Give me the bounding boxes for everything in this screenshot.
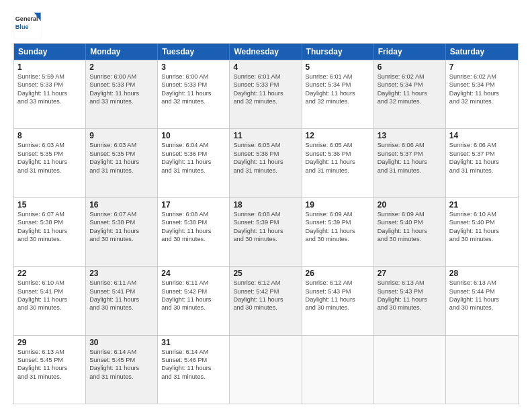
cell-content: Sunrise: 6:02 AMSunset: 5:34 PMDaylight:… [449,73,515,106]
calendar-cell: 26Sunrise: 6:12 AMSunset: 5:43 PMDayligh… [302,267,374,334]
cell-content: Sunrise: 6:00 AMSunset: 5:33 PMDaylight:… [89,73,154,106]
cell-content: Sunrise: 6:01 AMSunset: 5:34 PMDaylight:… [306,73,370,106]
cell-content: Sunrise: 6:02 AMSunset: 5:34 PMDaylight:… [378,73,442,106]
calendar-cell: 10Sunrise: 6:04 AMSunset: 5:36 PMDayligh… [158,129,230,197]
cell-content: Sunrise: 6:11 AMSunset: 5:42 PMDaylight:… [161,279,226,312]
cell-content: Sunrise: 6:14 AMSunset: 5:45 PMDaylight:… [89,348,154,381]
cell-content: Sunrise: 6:06 AMSunset: 5:37 PMDaylight:… [449,141,515,175]
calendar-header-cell: Wednesday [230,44,302,60]
day-number: 13 [378,131,442,140]
cell-content: Sunrise: 6:06 AMSunset: 5:37 PMDaylight:… [378,141,442,175]
day-number: 26 [306,269,370,278]
calendar-week: 15Sunrise: 6:07 AMSunset: 5:38 PMDayligh… [14,197,518,266]
day-number: 28 [449,269,515,278]
calendar-header-cell: Sunday [14,44,86,60]
day-number: 7 [449,62,515,72]
day-number: 1 [17,62,82,72]
calendar-cell: 8Sunrise: 6:03 AMSunset: 5:35 PMDaylight… [14,129,86,197]
calendar-cell: 2Sunrise: 6:00 AMSunset: 5:33 PMDaylight… [86,60,158,128]
calendar-body: 1Sunrise: 5:59 AMSunset: 5:33 PMDaylight… [14,60,518,404]
calendar-cell: 30Sunrise: 6:14 AMSunset: 5:45 PMDayligh… [86,336,158,404]
cell-content: Sunrise: 6:12 AMSunset: 5:43 PMDaylight:… [306,279,370,312]
day-number: 23 [89,269,154,278]
day-number: 22 [17,269,82,278]
cell-content: Sunrise: 6:05 AMSunset: 5:36 PMDaylight:… [233,141,298,175]
calendar-cell: 25Sunrise: 6:12 AMSunset: 5:42 PMDayligh… [230,267,302,334]
day-number: 20 [378,200,442,210]
calendar-header-cell: Friday [374,44,446,60]
calendar-header-row: SundayMondayTuesdayWednesdayThursdayFrid… [14,44,518,60]
svg-text:General: General [15,15,38,22]
day-number: 3 [161,62,226,72]
cell-content: Sunrise: 6:03 AMSunset: 5:35 PMDaylight:… [17,141,82,175]
day-number: 27 [378,269,442,278]
calendar-cell-empty [374,336,446,404]
cell-content: Sunrise: 6:08 AMSunset: 5:39 PMDaylight:… [233,210,298,244]
calendar-cell: 14Sunrise: 6:06 AMSunset: 5:37 PMDayligh… [446,129,518,197]
calendar-cell: 20Sunrise: 6:09 AMSunset: 5:40 PMDayligh… [374,198,446,266]
calendar-cell: 12Sunrise: 6:05 AMSunset: 5:36 PMDayligh… [302,129,374,197]
calendar-cell-empty [302,336,374,404]
calendar-cell: 24Sunrise: 6:11 AMSunset: 5:42 PMDayligh… [158,267,230,334]
calendar-cell: 27Sunrise: 6:13 AMSunset: 5:43 PMDayligh… [374,267,446,334]
cell-content: Sunrise: 6:09 AMSunset: 5:39 PMDaylight:… [306,210,370,244]
day-number: 25 [233,269,298,278]
calendar-cell: 29Sunrise: 6:13 AMSunset: 5:45 PMDayligh… [14,336,86,404]
logo-svg: General Blue [13,11,42,39]
calendar-header-cell: Saturday [446,44,518,60]
calendar-cell: 11Sunrise: 6:05 AMSunset: 5:36 PMDayligh… [230,129,302,197]
logo: General Blue [13,11,42,39]
cell-content: Sunrise: 6:10 AMSunset: 5:40 PMDaylight:… [449,210,515,244]
cell-content: Sunrise: 6:13 AMSunset: 5:43 PMDaylight:… [378,279,442,312]
calendar-cell: 23Sunrise: 6:11 AMSunset: 5:41 PMDayligh… [86,267,158,334]
cell-content: Sunrise: 6:13 AMSunset: 5:45 PMDaylight:… [17,348,82,381]
day-number: 31 [161,338,226,347]
calendar-cell: 22Sunrise: 6:10 AMSunset: 5:41 PMDayligh… [14,267,86,334]
day-number: 6 [378,62,442,72]
cell-content: Sunrise: 6:05 AMSunset: 5:36 PMDaylight:… [306,141,370,175]
calendar-cell: 1Sunrise: 5:59 AMSunset: 5:33 PMDaylight… [14,60,86,128]
cell-content: Sunrise: 6:08 AMSunset: 5:38 PMDaylight:… [161,210,226,244]
calendar-cell: 6Sunrise: 6:02 AMSunset: 5:34 PMDaylight… [374,60,446,128]
calendar-cell-empty [446,336,518,404]
cell-content: Sunrise: 6:00 AMSunset: 5:33 PMDaylight:… [161,73,226,106]
day-number: 8 [17,131,82,140]
calendar-cell: 17Sunrise: 6:08 AMSunset: 5:38 PMDayligh… [158,198,230,266]
calendar-header-cell: Thursday [302,44,374,60]
calendar-cell: 13Sunrise: 6:06 AMSunset: 5:37 PMDayligh… [374,129,446,197]
cell-content: Sunrise: 6:10 AMSunset: 5:41 PMDaylight:… [17,279,82,312]
calendar-cell: 21Sunrise: 6:10 AMSunset: 5:40 PMDayligh… [446,198,518,266]
page-header: General Blue [13,11,519,39]
cell-content: Sunrise: 6:09 AMSunset: 5:40 PMDaylight:… [378,210,442,244]
calendar-cell: 4Sunrise: 6:01 AMSunset: 5:33 PMDaylight… [230,60,302,128]
day-number: 17 [161,200,226,210]
cell-content: Sunrise: 6:04 AMSunset: 5:36 PMDaylight:… [161,141,226,175]
day-number: 2 [89,62,154,72]
calendar-week: 1Sunrise: 5:59 AMSunset: 5:33 PMDaylight… [14,60,518,128]
day-number: 11 [233,131,298,140]
cell-content: Sunrise: 6:14 AMSunset: 5:46 PMDaylight:… [161,348,226,381]
calendar-week: 22Sunrise: 6:10 AMSunset: 5:41 PMDayligh… [14,266,518,334]
calendar-week: 8Sunrise: 6:03 AMSunset: 5:35 PMDaylight… [14,128,518,197]
day-number: 15 [17,200,82,210]
day-number: 16 [89,200,154,210]
calendar-week: 29Sunrise: 6:13 AMSunset: 5:45 PMDayligh… [14,335,518,404]
calendar-cell: 15Sunrise: 6:07 AMSunset: 5:38 PMDayligh… [14,198,86,266]
day-number: 29 [17,338,82,347]
day-number: 4 [233,62,298,72]
day-number: 19 [306,200,370,210]
cell-content: Sunrise: 6:03 AMSunset: 5:35 PMDaylight:… [89,141,154,175]
calendar-cell: 16Sunrise: 6:07 AMSunset: 5:38 PMDayligh… [86,198,158,266]
calendar-cell: 5Sunrise: 6:01 AMSunset: 5:34 PMDaylight… [302,60,374,128]
calendar-cell: 3Sunrise: 6:00 AMSunset: 5:33 PMDaylight… [158,60,230,128]
day-number: 9 [89,131,154,140]
calendar-cell: 9Sunrise: 6:03 AMSunset: 5:35 PMDaylight… [86,129,158,197]
calendar-header-cell: Monday [86,44,158,60]
cell-content: Sunrise: 5:59 AMSunset: 5:33 PMDaylight:… [17,73,82,106]
cell-content: Sunrise: 6:11 AMSunset: 5:41 PMDaylight:… [89,279,154,312]
cell-content: Sunrise: 6:07 AMSunset: 5:38 PMDaylight:… [89,210,154,244]
calendar-cell-empty [230,336,302,404]
calendar-cell: 7Sunrise: 6:02 AMSunset: 5:34 PMDaylight… [446,60,518,128]
day-number: 18 [233,200,298,210]
calendar-cell: 28Sunrise: 6:13 AMSunset: 5:44 PMDayligh… [446,267,518,334]
